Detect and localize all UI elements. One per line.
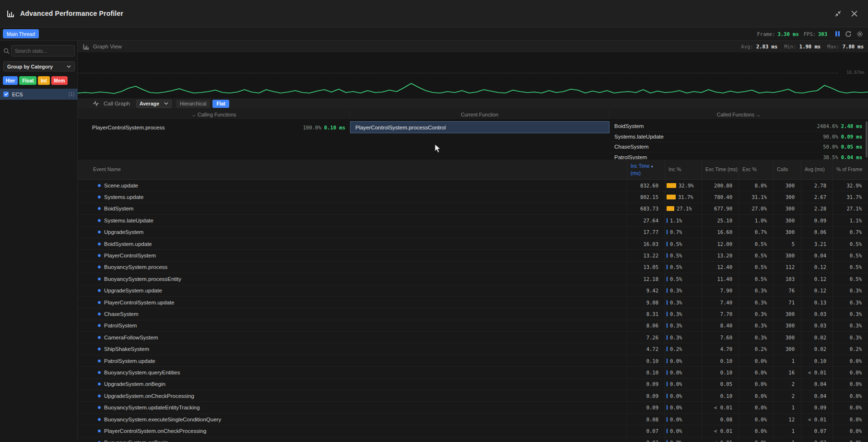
- titlebar: Advanced Performance Profiler: [0, 0, 868, 27]
- chevron-down-icon: [164, 102, 168, 105]
- table-row[interactable]: BuoyancySystem.process 13.05 0.5% 12.40 …: [78, 262, 868, 273]
- called-function-row[interactable]: BoidSystem 2484.6%2.48 ms: [610, 121, 868, 132]
- called-time: 0.04 ms: [841, 154, 862, 160]
- avg-cell: 0.10: [801, 355, 833, 366]
- table-row[interactable]: PlayerControlSystem 13.22 0.5% 13.20 0.5…: [78, 250, 868, 261]
- flat-view-button[interactable]: Flat: [212, 100, 229, 108]
- table-row[interactable]: PatrolSystem 8.06 0.3% 8.40 0.3% 300 0.0…: [78, 320, 868, 332]
- main-panel: Graph View Avg: 2.83 ms Min: 1.90 ms Max…: [78, 41, 868, 442]
- calls-cell: 1: [773, 355, 801, 366]
- close-icon[interactable]: [850, 9, 858, 18]
- table-row[interactable]: Scene.update 832.60 32.9% 200.80 8.0% 30…: [78, 180, 868, 191]
- inc-pct-cell: 27.1%: [665, 203, 702, 214]
- table-row[interactable]: UpgradeSystem.update 9.42 0.3% 7.90 0.3%…: [78, 285, 868, 297]
- table-row[interactable]: UpgradeSystem.onCheckProcessing 0.09 0.0…: [78, 390, 868, 402]
- table-row[interactable]: BuoyancySystem.processEntity 12.18 0.5% …: [78, 273, 868, 285]
- inc-pct-bar: [667, 265, 668, 269]
- minimize-icon[interactable]: [833, 9, 842, 18]
- inc-time-cell: 4.72: [627, 343, 665, 354]
- exc-pct-cell: 0.3%: [739, 297, 773, 308]
- frame-label: Frame:: [757, 31, 775, 37]
- hierarchical-view-button[interactable]: Hierarchical: [176, 100, 210, 108]
- table-row[interactable]: PlayerControlSystem.update 9.08 0.3% 7.4…: [78, 297, 868, 308]
- event-bullet-icon: [98, 406, 101, 409]
- table-row[interactable]: ShipShakeSystem 4.72 0.2% 4.70 0.2% 300 …: [78, 343, 868, 355]
- refresh-icon[interactable]: [845, 31, 852, 37]
- exc-pct-cell: 0.0%: [739, 379, 773, 390]
- exc-pct-cell: 0.3%: [739, 285, 773, 296]
- tag-chip[interactable]: Mem: [51, 76, 68, 85]
- checkbox-checked-icon[interactable]: [3, 92, 9, 97]
- table-row[interactable]: CameraFollowSystem 7.26 0.3% 7.60 0.3% 3…: [78, 332, 868, 343]
- inc-pct-bar: [667, 312, 668, 316]
- frame-pct-cell: 0.0%: [833, 355, 868, 366]
- column-header-inc-pct[interactable]: Inc %: [665, 160, 702, 179]
- tag-chip[interactable]: Int: [38, 76, 49, 85]
- tag-chip[interactable]: Float: [19, 76, 36, 85]
- event-bullet-icon: [98, 266, 101, 268]
- column-header-inc-time[interactable]: Inc Time▾(ms): [627, 160, 665, 179]
- graph-view-title: Graph View: [93, 44, 122, 49]
- current-function-box[interactable]: PlayerControlSystem.processControl: [350, 121, 610, 133]
- tag-chip[interactable]: Hier: [3, 76, 18, 85]
- table-row[interactable]: BoidSystem.update 16.03 0.5% 12.00 0.5% …: [78, 238, 868, 250]
- called-list-scrollbar[interactable]: [866, 121, 868, 158]
- frame-pct-cell: 27.1%: [833, 203, 868, 214]
- table-row[interactable]: BuoyancySystem.updateEntityTracking 0.09…: [78, 402, 868, 413]
- column-header-frame-pct[interactable]: % of Frame: [833, 160, 868, 179]
- called-pct: 2484.6%: [817, 123, 838, 129]
- exc-time-cell: 25.10: [702, 215, 739, 226]
- table-row[interactable]: UpgradeSystem.onBegin 0.09 0.0% 0.05 0.0…: [78, 379, 868, 390]
- column-header-event-name[interactable]: Event Name: [78, 160, 627, 179]
- called-function-name: PatrolSystem: [614, 154, 647, 160]
- search-input[interactable]: [11, 45, 75, 57]
- exc-time-cell: 200.80: [702, 180, 739, 191]
- sidebar-item-ecs[interactable]: ECS (1): [0, 89, 78, 100]
- pause-icon[interactable]: [835, 31, 840, 37]
- event-name: BoidSystem.update: [104, 241, 152, 247]
- gear-icon[interactable]: [856, 31, 863, 37]
- avg-cell: 0.03: [801, 320, 833, 331]
- exc-pct-cell: 27.0%: [739, 203, 773, 214]
- table-row[interactable]: BuoyancySystem.executeSingleConditionQue…: [78, 414, 868, 425]
- frame-pct-cell: 0.0%: [833, 402, 868, 413]
- inc-pct-cell: 0.5%: [665, 262, 702, 273]
- table-row[interactable]: BoidSystem 683.73 27.1% 677.90 27.0% 300…: [78, 203, 868, 215]
- exc-pct-cell: 31.1%: [739, 191, 773, 202]
- aggregation-mode-select[interactable]: Average: [136, 100, 172, 108]
- event-bullet-icon: [98, 348, 101, 350]
- event-bullet-icon: [98, 243, 101, 245]
- frame-value: 3.30 ms: [777, 31, 798, 37]
- table-row[interactable]: PatrolSystem.update 0.10 0.0% 0.10 0.0% …: [78, 355, 868, 367]
- calls-cell: 5: [773, 238, 801, 249]
- table-row[interactable]: ChaseSystem 8.31 0.3% 7.70 0.3% 300 0.03…: [78, 308, 868, 320]
- avg-cell: 0.12: [801, 273, 833, 284]
- exc-time-cell: < 0.01: [702, 402, 739, 413]
- column-header-exc-pct[interactable]: Exc %: [739, 160, 773, 179]
- column-header-exc-time[interactable]: Exc Time (ms): [702, 160, 739, 179]
- called-function-row[interactable]: Systems.lateUpdate 90.0%0.09 ms: [610, 132, 868, 142]
- table-row[interactable]: Systems.lateUpdate 27.64 1.1% 25.10 1.0%…: [78, 215, 868, 226]
- inc-pct-cell: 0.3%: [665, 320, 702, 331]
- table-row[interactable]: BuoyancySystem.queryEntities 0.10 0.0% 0…: [78, 367, 868, 378]
- column-header-calls[interactable]: Calls: [773, 160, 801, 179]
- table-row[interactable]: BuoyancySystem.onBegin 0.02 0.0% < 0.01 …: [78, 437, 868, 442]
- fps-label: FPS:: [804, 31, 816, 37]
- calling-function-row[interactable]: PlayerControlSystem.process 100.0%0.10 m…: [78, 121, 350, 133]
- event-name: UpgradeSystem.onCheckProcessing: [104, 393, 194, 399]
- group-by-select[interactable]: Group by Category: [3, 61, 75, 71]
- table-row[interactable]: Systems.update 802.15 31.7% 780.40 31.1%…: [78, 191, 868, 203]
- event-bullet-icon: [98, 301, 101, 304]
- inc-time-cell: 12.18: [627, 273, 665, 284]
- event-bullet-icon: [98, 371, 101, 374]
- called-function-row[interactable]: ChaseSystem 50.0%0.05 ms: [610, 142, 868, 152]
- column-header-avg[interactable]: Avg (ms): [801, 160, 833, 179]
- event-name: BuoyancySystem.updateEntityTracking: [104, 405, 200, 410]
- table-row[interactable]: UpgradeSystem 17.77 0.7% 16.60 0.7% 300 …: [78, 227, 868, 238]
- called-function-row[interactable]: PatrolSystem 38.5%0.04 ms: [610, 152, 868, 160]
- frame-time-graph[interactable]: 16.67ms: [78, 53, 868, 98]
- main-thread-button[interactable]: Main Thread: [3, 29, 39, 38]
- table-row[interactable]: PlayerControlSystem.onCheckProcessing 0.…: [78, 425, 868, 437]
- inc-pct-cell: 0.5%: [665, 273, 702, 284]
- calls-cell: 300: [773, 320, 801, 331]
